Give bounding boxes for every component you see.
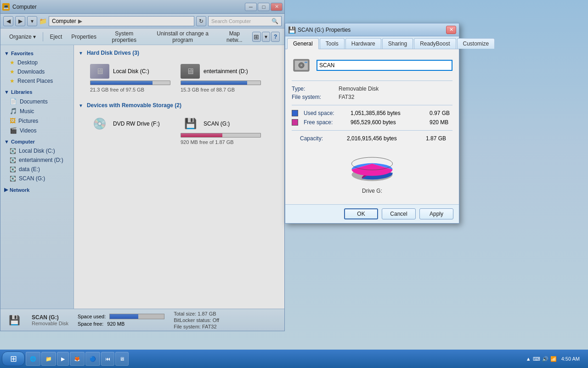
media2-icon: ⏮ [105,356,110,362]
taskbar-media2-button[interactable]: ⏮ [101,352,114,366]
cancel-label: Cancel [390,211,407,217]
ok-button[interactable]: OK [344,208,378,219]
dialog-tabs: General Tools Hardware Sharing ReadyBoos… [285,36,459,49]
used-label: Used space: [304,110,345,116]
dialog-title-icon: 💾 [288,26,296,34]
desktop: 💻 Computer ─ □ ✕ ◀ ▶ ▾ 📁 Computer ▶ ↻ Se… [0,0,588,368]
taskbar: ⊞ 🌐 📁 ▶ 🦊 🔵 ⏮ 🖥 ▲ ⌨ 🔊 📶 4:50 AM [0,350,588,368]
systray: ▲ ⌨ 🔊 📶 4:50 AM [522,356,586,362]
dialog-title-text: SCAN (G:) Properties [298,27,444,33]
systray-expand[interactable]: ▲ [526,356,531,362]
chrome-icon: 🔵 [90,356,96,362]
svg-point-3 [300,64,302,66]
taskbar-chrome-button[interactable]: 🔵 [85,352,100,366]
type-value: Removable Disk [339,86,379,92]
dialog-drive-icon [292,56,311,75]
ok-label: OK [357,211,365,217]
tab-general[interactable]: General [287,38,319,49]
type-row: Type: Removable Disk [292,86,452,92]
start-button[interactable]: ⊞ [2,351,25,366]
used-color-box [292,110,298,116]
dialog-divider-2 [292,105,452,105]
systray-keyboard: ⌨ [533,356,540,362]
tab-sharing[interactable]: Sharing [382,38,413,49]
taskbar-firefox-button[interactable]: 🦊 [70,352,85,366]
cancel-button[interactable]: Cancel [382,208,416,219]
free-space-row: Free space: 965,529,600 bytes 920 MB [292,119,452,126]
used-bytes: 1,051,385,856 bytes [351,110,424,116]
monitor-icon: 🖥 [119,356,124,362]
dialog-divider-3 [292,130,452,131]
used-space-row: Used space: 1,051,385,856 bytes 0.97 GB [292,110,452,116]
capacity-gb: 1.87 GB [426,135,446,142]
clock: 4:50 AM [559,356,582,362]
systray-volume[interactable]: 🔊 [542,356,548,362]
ie-icon: 🌐 [30,356,36,362]
taskbar-monitor-button[interactable]: 🖥 [115,352,129,366]
drive-label: Drive G: [362,188,382,194]
dialog-content: Type: Removable Disk File system: FAT32 … [285,49,459,204]
capacity-row: Capacity: 2,016,915,456 bytes 1.87 GB [292,135,452,142]
svg-rect-4 [305,62,307,63]
pie-chart [345,147,400,184]
dialog-close-button[interactable]: ✕ [446,26,456,34]
filesystem-row: File system: FAT32 [292,94,452,100]
free-mb: 920 MB [430,119,448,126]
taskbar-ie-button[interactable]: 🌐 [26,352,40,366]
used-gb: 0.97 GB [430,110,450,116]
media-icon: ▶ [61,356,65,362]
pie-chart-container: Drive G: [292,147,452,194]
taskbar-media-button[interactable]: ▶ [57,352,69,366]
drive-svg-icon [292,56,311,75]
capacity-label: Capacity: [300,135,341,142]
free-bytes: 965,529,600 bytes [351,119,424,126]
type-label: Type: [292,86,333,92]
tab-readyboost[interactable]: ReadyBoost [414,38,456,49]
free-label: Free space: [304,119,345,126]
taskbar-folder-button[interactable]: 📁 [41,352,56,366]
dialog-divider-1 [292,80,452,81]
tab-tools[interactable]: Tools [320,38,345,49]
apply-label: Apply [430,211,443,217]
tab-customize[interactable]: Customize [457,38,495,49]
filesystem-label: File system: [292,94,333,100]
clock-time: 4:50 AM [561,356,580,362]
tab-hardware[interactable]: Hardware [345,38,381,49]
properties-dialog: 💾 SCAN (G:) Properties ✕ General Tools H… [285,23,459,224]
folder-taskbar-icon: 📁 [45,356,52,362]
free-color-box [292,119,298,126]
dialog-buttons: OK Cancel Apply [285,204,459,223]
capacity-bytes: 2,016,915,456 bytes [347,135,420,142]
drive-name-input[interactable] [317,60,452,71]
firefox-icon: 🦊 [74,356,80,362]
systray-network[interactable]: 📶 [550,356,557,362]
drive-header-row [292,56,452,75]
filesystem-value: FAT32 [339,94,354,100]
apply-button[interactable]: Apply [419,208,453,219]
dialog-titlebar: 💾 SCAN (G:) Properties ✕ [285,23,459,36]
